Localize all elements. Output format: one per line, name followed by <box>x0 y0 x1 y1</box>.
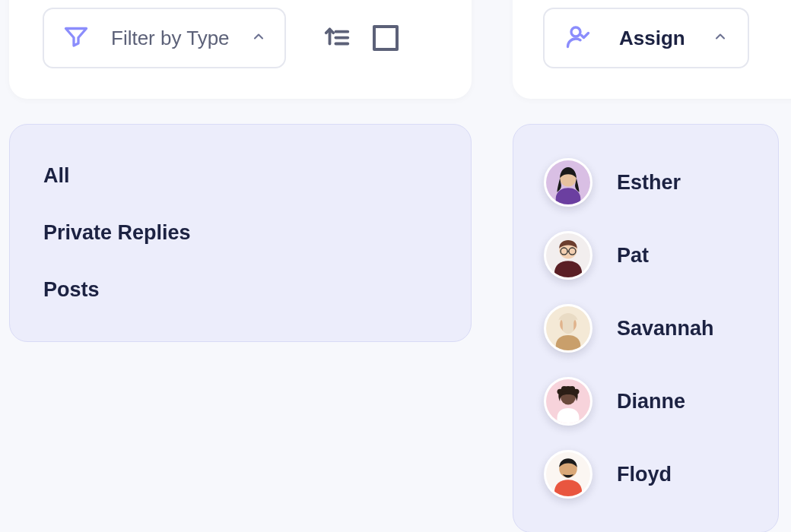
user-name-label: Savannah <box>617 317 714 340</box>
person-check-icon <box>564 23 592 53</box>
user-name-label: Esther <box>617 171 681 195</box>
user-name-label: Floyd <box>617 463 672 486</box>
filter-icon <box>62 23 90 53</box>
assign-dropdown[interactable]: Assign <box>543 8 749 68</box>
assign-user-dianne[interactable]: Dianne <box>544 365 748 438</box>
avatar <box>544 231 592 280</box>
assign-user-floyd[interactable]: Floyd <box>544 438 748 511</box>
filter-by-type-dropdown[interactable]: Filter by Type <box>43 8 286 68</box>
svg-point-18 <box>570 386 575 391</box>
filter-option-private-replies[interactable]: Private Replies <box>43 204 437 261</box>
assign-user-esther[interactable]: Esther <box>544 146 748 219</box>
assign-user-savannah[interactable]: Savannah <box>544 292 748 365</box>
toolbar-extra-icons <box>322 22 399 54</box>
filter-option-posts[interactable]: Posts <box>43 261 437 318</box>
filter-option-all[interactable]: All <box>43 147 437 204</box>
assign-users-panel: Esther Pat Savannah <box>513 124 779 532</box>
filter-label: Filter by Type <box>111 27 230 50</box>
sort-icon[interactable] <box>322 22 351 54</box>
user-name-label: Dianne <box>617 390 685 413</box>
avatar <box>544 377 592 426</box>
svg-point-17 <box>561 386 567 391</box>
assign-user-pat[interactable]: Pat <box>544 219 748 292</box>
user-name-label: Pat <box>617 244 649 268</box>
filter-options-panel: All Private Replies Posts <box>9 124 472 342</box>
avatar <box>544 304 592 353</box>
assign-label: Assign <box>619 27 685 50</box>
avatar <box>544 450 592 499</box>
stop-icon[interactable] <box>373 25 399 51</box>
chevron-up-icon <box>251 29 266 47</box>
assign-toolbar: Assign <box>513 0 791 99</box>
filter-toolbar: Filter by Type <box>9 0 472 99</box>
avatar <box>544 158 592 207</box>
svg-point-3 <box>571 27 580 36</box>
chevron-up-icon <box>713 29 728 47</box>
